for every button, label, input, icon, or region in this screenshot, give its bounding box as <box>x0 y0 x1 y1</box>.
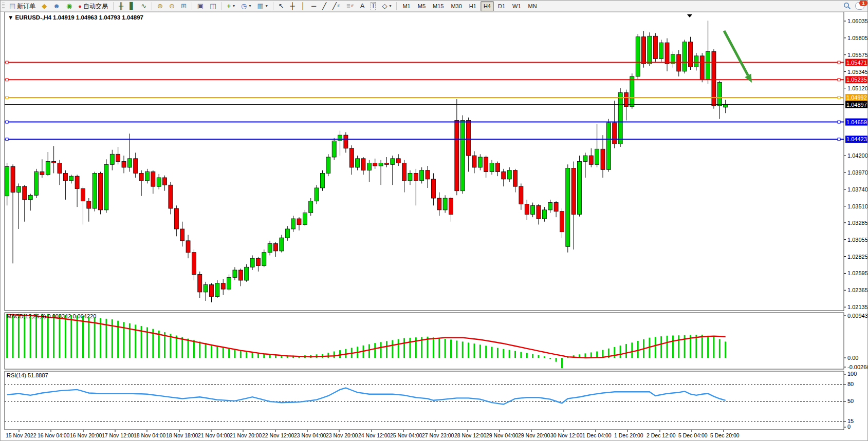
time-axis-label: 21 Nov 04:00 <box>198 432 230 438</box>
candle-bear <box>513 170 518 186</box>
line-chart-button[interactable]: ∿ <box>138 1 149 11</box>
toolbar-separator <box>152 2 152 10</box>
time-axis-label: 15 Nov 2022 <box>6 432 36 438</box>
arrange-button-b[interactable]: ◫ <box>207 1 218 11</box>
trendline-tool-button[interactable]: ╱ <box>320 1 329 11</box>
crosshair-tool-button[interactable]: ┼ <box>288 1 298 11</box>
zoom-out-button[interactable]: ⊖ <box>167 1 177 11</box>
bar-chart-button[interactable]: ╫ <box>116 1 126 11</box>
candle-bull <box>338 135 342 141</box>
candle-bull <box>104 164 108 210</box>
price-axis-badge-text: 1.05471 <box>846 60 867 66</box>
line-handle[interactable] <box>838 61 840 64</box>
line-handle[interactable] <box>838 138 840 141</box>
line-handle[interactable] <box>838 121 840 123</box>
time-axis-label: 17 Nov 12:00 <box>102 432 134 438</box>
vline-tool-button[interactable]: │ <box>299 1 308 11</box>
candle-bull <box>145 172 149 181</box>
arrange-button-a[interactable]: ▣ <box>195 1 206 11</box>
price-axis-label: 1.03510 <box>847 203 868 209</box>
search-icon[interactable] <box>843 2 851 10</box>
candle-chart-button[interactable]: ▋ <box>127 1 137 11</box>
timeframe-button-D1[interactable]: D1 <box>495 1 508 11</box>
candle-bull <box>408 173 412 180</box>
line-handle[interactable] <box>6 61 8 64</box>
candle-bear <box>467 121 471 156</box>
candle-bull <box>326 157 330 173</box>
trendline-icon: ╱ <box>322 3 326 10</box>
horn-button[interactable]: ◆ <box>39 1 49 11</box>
time-axis-label: 23 Nov 04:00 <box>294 432 326 438</box>
timeframe-button-M30[interactable]: M30 <box>448 1 465 11</box>
fibonacci-tool-button[interactable]: ≡F <box>344 1 356 11</box>
profile-button[interactable]: ☻ <box>50 1 63 11</box>
timeframe-button-W1[interactable]: W1 <box>509 1 524 11</box>
candle-bull <box>606 123 611 169</box>
line-handle[interactable] <box>838 97 840 99</box>
price-axis-badge-text: 1.04992 <box>846 94 867 101</box>
toolbar-separator <box>221 2 221 10</box>
candle-bull <box>157 178 161 186</box>
chart-title: ▼ EURUSD-,H4 1.04919 1.04963 1.04793 1.0… <box>8 14 143 21</box>
candle-bear <box>238 270 243 280</box>
chart-canvas[interactable]: 1.054711.052351.049921.046591.044231.048… <box>1 11 868 441</box>
candle-bear <box>174 208 178 229</box>
timeframe-button-MN[interactable]: MN <box>525 1 540 11</box>
hline-tool-button[interactable]: ─ <box>309 1 319 11</box>
channel-tool-button[interactable]: ╱E <box>330 1 343 11</box>
candle-bull <box>367 163 371 170</box>
new-order-button[interactable]: ▤ 新订单 <box>7 1 38 11</box>
template-button[interactable]: ▦▾ <box>254 1 270 11</box>
new-chart-button[interactable]: +▾ <box>224 1 237 11</box>
price-axis-label: 1.02365 <box>847 287 868 293</box>
time-axis-label: 24 Nov 12:00 <box>358 432 391 438</box>
line-handle[interactable] <box>6 121 8 123</box>
time-axis[interactable]: 15 Nov 202216 Nov 04:0016 Nov 20:0017 No… <box>6 430 740 438</box>
time-axis-label: 2 Dec 12:00 <box>647 432 676 438</box>
tile-windows-button[interactable]: ⊞ <box>178 1 189 11</box>
candle-bear <box>484 157 488 172</box>
candle-bear <box>75 176 79 188</box>
timeframe-button-M1[interactable]: M1 <box>399 1 413 11</box>
timeframe-button-H4[interactable]: H4 <box>481 1 494 11</box>
terminal-window: ▤ 新订单 ◆ ☻ ◉ ● 自动交易 ╫ ▋ ∿ ⊕ ⊖ ⊞ ▣ ◫ +▾ ◷▾… <box>0 0 868 441</box>
line-handle[interactable] <box>838 79 840 81</box>
candle-bull <box>443 198 447 210</box>
macd-axis-label: 0.00 <box>847 355 858 361</box>
chat-bubble-icon[interactable]: 1 <box>855 2 864 10</box>
candle-bull <box>648 36 652 64</box>
autotrading-label: 自动交易 <box>83 2 108 10</box>
candle-bear <box>613 123 617 144</box>
arrows-tool-button[interactable]: ◇▾ <box>379 1 394 11</box>
text-tool-button[interactable]: A <box>358 1 367 11</box>
zoom-in-button[interactable]: ⊕ <box>155 1 165 11</box>
arrows-icon: ◇ <box>382 3 387 10</box>
price-axis-label: 1.03740 <box>847 186 868 193</box>
label-tool-button[interactable]: T <box>368 1 378 11</box>
cursor-tool-button[interactable]: ↖ <box>276 1 287 11</box>
time-axis-label: 27 Nov 23:00 <box>422 432 454 438</box>
price-axis-label: 1.05345 <box>847 69 868 75</box>
line-handle[interactable] <box>6 79 8 81</box>
rsi-axis-label: 0 <box>847 424 851 430</box>
price-axis-label: 1.02135 <box>847 304 868 310</box>
timeframe-button-H1[interactable]: H1 <box>466 1 479 11</box>
toolbar-grip[interactable] <box>2 3 5 10</box>
timeframe-button-M15[interactable]: M15 <box>430 1 447 11</box>
candle-bull <box>93 173 97 208</box>
candle-bear <box>665 43 669 64</box>
candle-bear <box>589 156 593 164</box>
candle-bull <box>303 213 307 225</box>
candle-bull <box>127 159 132 167</box>
price-axis-label: 1.02595 <box>847 270 868 276</box>
profiles-button[interactable]: ◷▾ <box>238 1 253 11</box>
signals-button[interactable]: ◉ <box>64 1 75 11</box>
line-handle[interactable] <box>6 138 8 141</box>
autotrading-button[interactable]: ● 自动交易 <box>76 1 110 11</box>
equidistant-channel-icon: ╱ <box>333 3 337 10</box>
timeframe-button-M5[interactable]: M5 <box>415 1 429 11</box>
line-handle[interactable] <box>6 97 8 99</box>
toolbar-separator <box>396 2 397 10</box>
candle-bull <box>5 167 9 196</box>
vertical-line-icon: │ <box>301 3 305 10</box>
